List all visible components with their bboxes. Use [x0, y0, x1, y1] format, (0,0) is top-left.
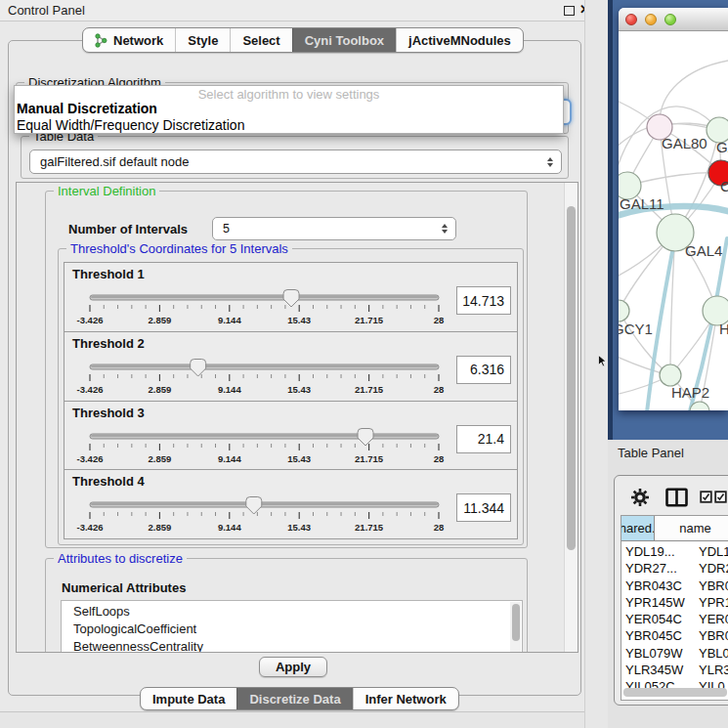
slider-handle[interactable]	[358, 428, 373, 446]
column-header-shared-name[interactable]: shared...	[621, 516, 655, 541]
dropdown-option-equal-width-frequency[interactable]: Equal Width/Frequency Discretization	[15, 117, 563, 133]
node-label: GCY1	[619, 321, 653, 337]
svg-text:15.43: 15.43	[287, 522, 311, 533]
svg-text:9.144: 9.144	[218, 452, 241, 463]
svg-text:21.715: 21.715	[355, 315, 384, 325]
threshold-slider[interactable]: -3.4262.8599.14415.4321.71528	[82, 492, 453, 536]
tab-label: Network	[113, 33, 163, 48]
table-panel-title: Table Panel	[618, 446, 684, 460]
panel-title: Control Panel	[8, 3, 85, 18]
node-label: GAL80	[662, 135, 707, 151]
cell-name: YDL1	[696, 544, 728, 561]
table-row[interactable]: YLR345WYLR3	[621, 663, 728, 679]
node-label: C	[720, 178, 728, 194]
table-data-combobox[interactable]: galFiltered.sif default node	[29, 150, 562, 174]
settings-scrollbar[interactable]	[564, 183, 578, 652]
checkbox-icon[interactable]	[714, 491, 727, 503]
tab-style[interactable]: Style	[175, 28, 230, 52]
table-header-row: shared... name	[621, 516, 728, 541]
cell-shared-name: YBL079W	[621, 646, 696, 663]
table-row[interactable]: YER054CYER0	[621, 612, 728, 628]
threshold-value-input[interactable]	[456, 425, 511, 453]
svg-text:-3.426: -3.426	[77, 383, 104, 394]
zoom-traffic-light-icon[interactable]	[664, 14, 676, 25]
network-node[interactable]	[619, 300, 629, 321]
threshold-slider[interactable]: -3.4262.8599.14415.4321.71528	[82, 423, 453, 468]
table-row[interactable]: YDL19...YDL1	[621, 544, 728, 561]
table-data-group: Table Data galFiltered.sif default node	[21, 136, 569, 179]
tab-label: Discretize Data	[249, 692, 340, 707]
svg-text:21.715: 21.715	[355, 452, 384, 463]
checkbox-icon[interactable]	[700, 491, 712, 503]
apply-button[interactable]: Apply	[259, 657, 327, 677]
attributes-scrollbar[interactable]	[510, 602, 521, 653]
panel-divider[interactable]	[584, 0, 608, 728]
threshold-label: Threshold 1	[72, 267, 145, 281]
split-column-icon[interactable]	[665, 488, 688, 507]
network-icon	[95, 33, 107, 48]
table-row[interactable]: YBR043CYBR0	[621, 578, 728, 595]
attribute-list-item[interactable]: SelfLoops	[62, 603, 522, 621]
network-node[interactable]	[660, 364, 681, 386]
cell-name: YBR0	[696, 628, 728, 645]
node-table: shared... name YDL19...YDL1YDR27...YDR2Y…	[621, 515, 728, 701]
svg-text:21.715: 21.715	[355, 383, 384, 394]
control-panel-titlebar[interactable]: Control Panel ✕	[0, 0, 584, 21]
attributes-group-title: Attributes to discretize	[54, 551, 187, 566]
cell-shared-name: YBR045C	[621, 628, 696, 645]
threshold-slider[interactable]: -3.4262.8599.14415.4321.71528	[82, 284, 453, 329]
attribute-list-item[interactable]: TopologicalCoefficient	[62, 621, 522, 638]
svg-text:-3.426: -3.426	[77, 452, 104, 463]
tab-discretize-data[interactable]: Discretize Data	[236, 688, 352, 709]
slider-handle[interactable]	[191, 359, 206, 376]
node-label: GAL11	[620, 195, 664, 212]
tab-network[interactable]: Network	[83, 28, 175, 52]
close-traffic-light-icon[interactable]	[625, 14, 637, 25]
threshold-value-input[interactable]	[456, 356, 511, 384]
svg-text:28: 28	[434, 452, 445, 463]
network-canvas[interactable]: GAL80GACGAL11GAL4GCY1HHAP2	[619, 31, 728, 410]
tab-select[interactable]: Select	[230, 28, 291, 52]
slider-handle[interactable]	[283, 290, 299, 308]
threshold-slider[interactable]: -3.4262.8599.14415.4321.71528	[82, 354, 453, 399]
minimize-traffic-light-icon[interactable]	[645, 14, 657, 25]
network-graph: GAL80GACGAL11GAL4GCY1HHAP2	[619, 31, 728, 410]
tab-infer-network[interactable]: Infer Network	[353, 688, 458, 709]
gear-icon[interactable]	[630, 488, 650, 507]
float-window-icon[interactable]	[564, 6, 575, 16]
cell-shared-name: YDR27...	[621, 561, 696, 578]
threshold-value-input[interactable]	[456, 286, 511, 315]
threshold-value-input[interactable]	[456, 493, 511, 522]
tab-label: Select	[242, 33, 279, 48]
table-horizontal-scrollbar[interactable]	[623, 688, 727, 697]
dropdown-option-manual-discretization[interactable]: Manual Discretization	[15, 101, 563, 117]
cell-shared-name: YPR145W	[621, 595, 696, 612]
tab-label: Infer Network	[365, 692, 447, 707]
table-row[interactable]: YBL079WYBL0	[621, 646, 728, 663]
svg-text:9.144: 9.144	[218, 315, 241, 325]
svg-text:-3.426: -3.426	[77, 315, 104, 325]
attribute-list-item[interactable]: BetweennessCentrality	[62, 638, 522, 653]
cell-name: YLR3	[696, 663, 728, 679]
node-label: HAP2	[671, 384, 709, 401]
tab-impute-data[interactable]: Impute Data	[141, 688, 236, 709]
column-header-name[interactable]: name	[655, 516, 728, 541]
numerical-attributes-list[interactable]: SelfLoopsTopologicalCoefficientBetweenne…	[61, 600, 523, 653]
node-label: GA	[716, 139, 728, 155]
table-panel: shared... name YDL19...YDL1YDR27...YDR2Y…	[614, 475, 728, 706]
tab-cyni-toolbox[interactable]: Cyni Toolbox	[292, 28, 396, 52]
svg-text:15.43: 15.43	[287, 315, 311, 325]
bottom-tab-bar: Impute DataDiscretize DataInfer Network	[140, 687, 459, 710]
number-of-intervals-combobox[interactable]: 5	[212, 217, 456, 240]
network-window-titlebar[interactable]	[619, 8, 728, 31]
svg-text:15.43: 15.43	[287, 452, 311, 463]
attributes-group: Attributes to discretize Numerical Attri…	[45, 558, 528, 653]
scrollbar-thumb[interactable]	[567, 206, 576, 550]
table-row[interactable]: YPR145WYPR1	[621, 595, 728, 612]
table-row[interactable]: YBR045CYBR0	[621, 628, 728, 645]
slider-handle[interactable]	[246, 497, 262, 515]
table-row[interactable]: YDR27...YDR2	[621, 561, 728, 578]
scrollbar-thumb[interactable]	[512, 604, 520, 641]
tab-jactivemnodules[interactable]: jActiveMNodules	[396, 28, 523, 52]
node-label: H	[719, 321, 728, 337]
